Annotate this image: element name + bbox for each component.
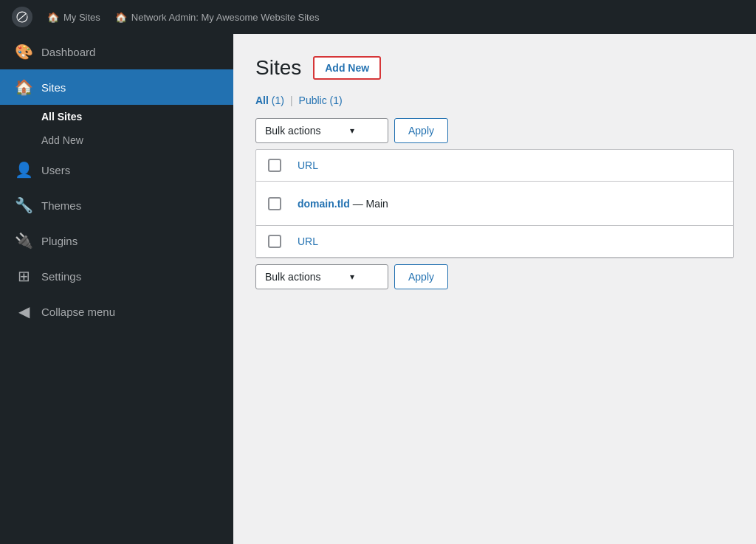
my-sites-label: My Sites (63, 12, 100, 23)
sidebar-item-plugins-label: Plugins (41, 235, 78, 247)
sidebar: 🎨 Dashboard 🏠 Sites All Sites Add New 👤 … (0, 34, 233, 544)
bottom-bulk-actions-chevron-icon: ▾ (350, 272, 354, 282)
settings-icon: ⊞ (15, 267, 32, 285)
sidebar-item-sites-label: Sites (41, 81, 66, 94)
sidebar-item-collapse-label: Collapse menu (41, 306, 115, 318)
row-checkbox[interactable] (268, 197, 281, 210)
collapse-icon: ◀ (15, 303, 32, 320)
admin-bar: 🏠 My Sites 🏠 Network Admin: My Awesome W… (0, 0, 756, 34)
sites-table: URL domain.tld — Main (255, 149, 734, 258)
top-bulk-actions-label: Bulk actions (265, 125, 320, 137)
url-header-label[interactable]: URL (298, 159, 318, 171)
filter-all-label: All (255, 94, 269, 106)
page-title: Sites (255, 56, 301, 80)
sites-submenu: All Sites Add New (0, 105, 233, 152)
network-admin-menu[interactable]: 🏠 Network Admin: My Awesome Website Site… (115, 12, 320, 23)
users-icon: 👤 (15, 161, 32, 179)
bottom-header-url-col: URL (298, 235, 721, 247)
top-bulk-bar: Bulk actions ▾ Apply (255, 118, 734, 143)
bottom-apply-button[interactable]: Apply (394, 264, 448, 289)
main-content: Sites Add New All (1) | Public (1) Bulk … (233, 34, 756, 544)
bottom-bulk-bar: Bulk actions ▾ Apply (255, 264, 734, 289)
header-checkbox-col (268, 159, 286, 172)
my-sites-menu[interactable]: 🏠 My Sites (47, 12, 100, 23)
sidebar-subitem-all-sites[interactable]: All Sites (0, 105, 233, 128)
site-main-label: — Main (353, 198, 388, 210)
sidebar-item-settings-label: Settings (41, 270, 81, 283)
sidebar-subitem-add-new[interactable]: Add New (0, 128, 233, 152)
sites-icon: 🏠 (15, 78, 32, 96)
table-bottom-header-row: URL (256, 226, 733, 258)
table-row: domain.tld — Main (256, 182, 733, 226)
bottom-header-checkbox-col (268, 235, 286, 248)
sidebar-item-themes-label: Themes (41, 199, 81, 212)
sidebar-item-dashboard-label: Dashboard (41, 46, 95, 58)
bottom-bulk-actions-select[interactable]: Bulk actions ▾ (255, 264, 388, 289)
page-header: Sites Add New (255, 56, 734, 80)
sidebar-item-settings[interactable]: ⊞ Settings (0, 258, 233, 294)
wordpress-icon[interactable] (12, 7, 32, 27)
top-bulk-actions-select[interactable]: Bulk actions ▾ (255, 118, 388, 143)
site-url-link[interactable]: domain.tld (298, 198, 353, 210)
layout: 🎨 Dashboard 🏠 Sites All Sites Add New 👤 … (0, 34, 756, 544)
filter-links: All (1) | Public (1) (255, 94, 734, 106)
network-admin-house-icon: 🏠 (115, 12, 127, 23)
row-site-col: domain.tld — Main (298, 198, 721, 210)
select-all-checkbox[interactable] (268, 159, 281, 172)
network-admin-label: Network Admin: My Awesome Website Sites (131, 12, 320, 23)
themes-icon: 🔧 (15, 196, 32, 214)
sidebar-item-sites[interactable]: 🏠 Sites (0, 69, 233, 105)
site-url: domain.tld (298, 198, 350, 210)
filter-public-link[interactable]: Public (1) (299, 94, 343, 106)
top-apply-button[interactable]: Apply (394, 118, 448, 143)
bottom-select-all-checkbox[interactable] (268, 235, 281, 248)
sidebar-item-themes[interactable]: 🔧 Themes (0, 187, 233, 223)
bottom-bulk-actions-label: Bulk actions (265, 271, 320, 283)
sidebar-item-users-label: Users (41, 164, 70, 176)
top-bulk-actions-chevron-icon: ▾ (350, 125, 354, 136)
bottom-url-header-label[interactable]: URL (298, 235, 318, 247)
header-url-col: URL (298, 159, 721, 171)
add-new-button[interactable]: Add New (313, 56, 381, 80)
filter-public-label: Public (299, 94, 327, 106)
table-header-row: URL (256, 150, 733, 182)
my-sites-house-icon: 🏠 (47, 12, 59, 23)
sidebar-item-users[interactable]: 👤 Users (0, 152, 233, 187)
plugins-icon: 🔌 (15, 232, 32, 249)
row-checkbox-col (268, 197, 286, 210)
filter-all-count: (1) (272, 94, 284, 106)
sidebar-item-plugins[interactable]: 🔌 Plugins (0, 223, 233, 258)
dashboard-icon: 🎨 (15, 43, 32, 61)
filter-public-count: (1) (330, 94, 343, 106)
sidebar-item-dashboard[interactable]: 🎨 Dashboard (0, 34, 233, 69)
sidebar-item-collapse[interactable]: ◀ Collapse menu (0, 294, 233, 329)
site-name: domain.tld — Main (298, 198, 721, 210)
filter-separator: | (290, 94, 293, 106)
filter-all-link[interactable]: All (1) (255, 94, 284, 106)
